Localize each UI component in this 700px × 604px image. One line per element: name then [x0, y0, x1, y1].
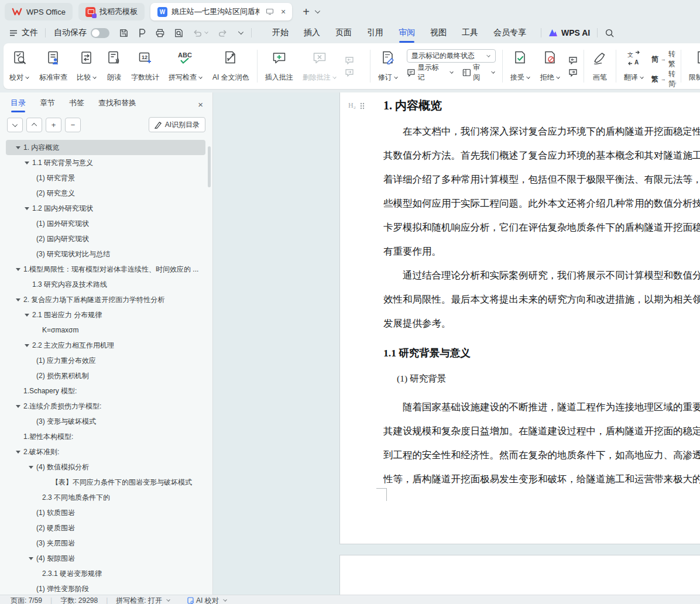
- search-icon[interactable]: [605, 28, 615, 38]
- expand-all-button[interactable]: [7, 118, 23, 132]
- spell-check-button[interactable]: ABC 拼写检查: [164, 45, 208, 87]
- print-preview-icon[interactable]: [174, 28, 184, 38]
- autosave-toggle[interactable]: [91, 28, 109, 38]
- expand-arrow-icon[interactable]: [29, 557, 36, 560]
- restrict-editing-button[interactable]: 限制编辑: [684, 45, 700, 87]
- export-pdf-icon[interactable]: [138, 28, 146, 38]
- read-aloud-button[interactable]: 朗读: [102, 45, 126, 87]
- outline-item[interactable]: 2.2 主次应力相互作用机理: [6, 338, 205, 353]
- word-count-button[interactable]: 12 字数统计: [126, 45, 164, 87]
- outline-item[interactable]: 1.2 国内外研究现状: [6, 201, 205, 216]
- outline-item[interactable]: 2.连续介质损伤力学模型:: [6, 399, 205, 414]
- expand-arrow-icon[interactable]: [25, 344, 32, 347]
- outline-item[interactable]: 2. 复合应力场下盾构隧道开挖面力学特性分析: [6, 292, 205, 307]
- tab-docer-templates[interactable]: 找稻壳模板: [78, 3, 145, 20]
- standard-review-button[interactable]: 标准审查: [35, 45, 72, 87]
- outline-item[interactable]: (3) 变形与破坏模式: [6, 414, 205, 429]
- menu-page[interactable]: 页面: [328, 25, 359, 41]
- outline-item[interactable]: 1.Schapery 模型:: [6, 383, 205, 399]
- word-count-indicator[interactable]: 字数: 29298: [60, 596, 98, 604]
- next-document-page[interactable]: [339, 555, 700, 595]
- expand-arrow-icon[interactable]: [16, 451, 23, 454]
- reject-revision-button[interactable]: 拒绝: [536, 45, 565, 87]
- menu-review[interactable]: 审阅: [391, 25, 423, 41]
- close-sidebar-icon[interactable]: ×: [198, 99, 203, 109]
- tab-find-replace[interactable]: 查找和替换: [98, 98, 136, 114]
- tab-chapters[interactable]: 章节: [40, 98, 55, 114]
- close-tab-icon[interactable]: ×: [279, 7, 287, 16]
- drag-handle-icon[interactable]: [360, 102, 365, 109]
- outline-item[interactable]: (1) 国外研究现状: [6, 216, 205, 231]
- review-pane-button[interactable]: 审阅: [462, 63, 496, 83]
- next-comment-icon[interactable]: [345, 68, 354, 77]
- outline-item[interactable]: (2) 损伤累积机制: [6, 368, 205, 383]
- compare-button[interactable]: 比较: [72, 45, 102, 87]
- insert-comment-button[interactable]: 插入批注: [260, 45, 298, 87]
- tab-bookmarks[interactable]: 书签: [69, 98, 84, 114]
- outline-item[interactable]: (1) 弹性变形阶段: [6, 581, 205, 595]
- ai-recognize-toc-button[interactable]: AI识别目录: [149, 117, 205, 132]
- outline-item[interactable]: 2.破坏准则:: [6, 444, 205, 459]
- tab-list-chevron-icon[interactable]: [315, 8, 320, 13]
- outline-item[interactable]: (3) 研究现状对比与总结: [6, 246, 205, 262]
- outline-item[interactable]: (1) 软质围岩: [6, 505, 205, 520]
- previous-revision-icon[interactable]: [568, 56, 578, 64]
- show-markup-button[interactable]: 显示标记: [407, 63, 454, 83]
- previous-comment-icon[interactable]: [345, 56, 354, 64]
- page-indicator[interactable]: 页面: 7/59: [11, 596, 42, 604]
- tab-document[interactable]: W 姚庄站—七里沟站区间盾构隧 ×: [150, 3, 292, 20]
- print-icon[interactable]: [155, 28, 165, 38]
- menu-reference[interactable]: 引用: [359, 25, 391, 41]
- menu-tools[interactable]: 工具: [454, 25, 486, 41]
- heading-level-badge[interactable]: H₂: [348, 101, 365, 110]
- outline-item[interactable]: 2.3 不同地质条件下的: [6, 490, 205, 505]
- accept-revision-button[interactable]: 接受: [506, 45, 536, 87]
- expand-arrow-icon[interactable]: [25, 207, 32, 210]
- outline-item[interactable]: 2.3.1 硬岩变形规律: [6, 566, 205, 581]
- outline-item[interactable]: 【表】不同应力条件下的围岩变形与破坏模式: [6, 475, 205, 490]
- menu-membership[interactable]: 会员专享: [486, 25, 534, 41]
- proofread-button[interactable]: 校对: [5, 45, 35, 87]
- expand-arrow-icon[interactable]: [16, 268, 23, 271]
- outline-item[interactable]: (2) 国内研究现状: [6, 231, 205, 246]
- tab-contents[interactable]: 目录: [11, 98, 26, 114]
- delete-comment-button[interactable]: 删除批注: [298, 45, 342, 87]
- outline-item[interactable]: (4) 数值模拟分析: [6, 459, 205, 475]
- outline-item[interactable]: 2.1 围岩应力 分布规律: [6, 307, 205, 322]
- ai-proofread-status[interactable]: AI 校对: [187, 596, 228, 604]
- more-tools-chevron-icon[interactable]: [238, 29, 243, 35]
- monitor-icon[interactable]: [266, 8, 274, 15]
- tab-wps-office[interactable]: WPS Office: [5, 3, 73, 20]
- outline-item[interactable]: (1) 研究背景: [6, 170, 205, 186]
- outline-item[interactable]: (1) 应力重分布效应: [6, 353, 205, 368]
- translate-button[interactable]: 文 A 翻译: [619, 45, 649, 87]
- save-icon[interactable]: [119, 28, 129, 38]
- redo-button[interactable]: [218, 29, 228, 37]
- outline-item[interactable]: K=σmaxσm: [6, 322, 205, 338]
- menu-insert[interactable]: 插入: [296, 25, 328, 41]
- traditional-to-simplified-button[interactable]: 繁→ 转简: [651, 69, 675, 89]
- zoom-out-outline-button[interactable]: −: [65, 118, 81, 132]
- outline-item[interactable]: 1.模型局限性：现有模型对岩体非连续性、时间效应的 ...: [6, 262, 205, 277]
- zoom-in-outline-button[interactable]: +: [46, 118, 61, 132]
- new-tab-button[interactable]: +: [299, 5, 313, 19]
- collapse-all-button[interactable]: [26, 118, 42, 132]
- simplified-to-traditional-button[interactable]: 简→ 转繁: [651, 49, 675, 69]
- outline-item[interactable]: (4) 裂隙围岩: [6, 551, 205, 566]
- undo-button[interactable]: [193, 29, 209, 37]
- menu-home[interactable]: 开始: [265, 25, 296, 41]
- expand-arrow-icon[interactable]: [16, 298, 23, 301]
- menu-view[interactable]: 视图: [423, 25, 454, 41]
- outline-item[interactable]: 1. 内容概览: [6, 140, 205, 155]
- outline-item[interactable]: 1.塑性本构模型:: [6, 429, 205, 444]
- expand-arrow-icon[interactable]: [25, 314, 32, 317]
- group-expand-icon[interactable]: ⌟: [674, 78, 677, 85]
- expand-arrow-icon[interactable]: [25, 162, 32, 164]
- outline-item[interactable]: (2) 硬质围岩: [6, 520, 205, 536]
- next-revision-icon[interactable]: [568, 68, 578, 77]
- markup-state-select[interactable]: 显示标记的最终状态: [407, 49, 496, 63]
- outline-item[interactable]: 1.3 研究内容及技术路线: [6, 277, 205, 292]
- expand-arrow-icon[interactable]: [29, 466, 36, 469]
- sidebar-scrollbar[interactable]: [208, 146, 211, 187]
- outline-item[interactable]: (2) 研究意义: [6, 186, 205, 201]
